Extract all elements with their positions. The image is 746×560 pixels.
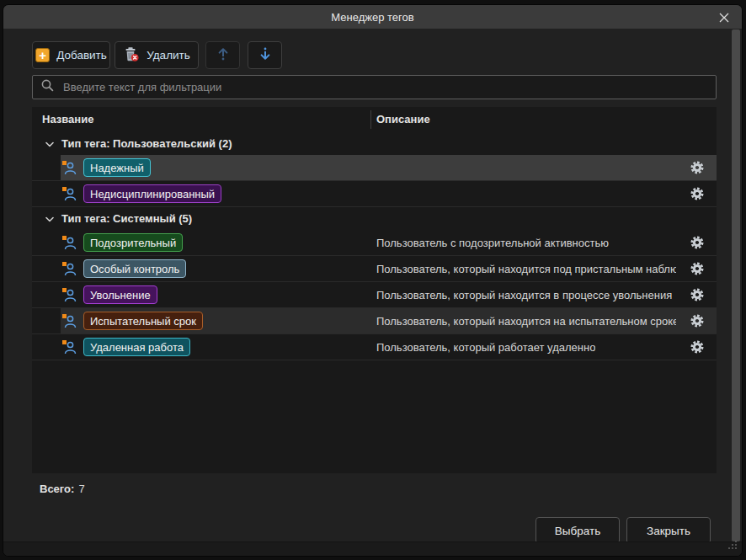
- trash-icon: [123, 45, 140, 65]
- move-down-button[interactable]: [248, 41, 282, 69]
- add-button[interactable]: + Добавить: [32, 41, 110, 69]
- gear-icon[interactable]: [690, 235, 705, 250]
- gear-icon[interactable]: [690, 339, 705, 355]
- gear-icon[interactable]: [690, 287, 705, 302]
- user-tag-icon: [61, 186, 77, 202]
- titlebar[interactable]: Менеджер тегов: [3, 5, 742, 29]
- gear-icon[interactable]: [690, 160, 705, 175]
- table-row[interactable]: Удаленная работа Пользователь, который р…: [32, 334, 717, 360]
- total-value: 7: [78, 483, 84, 495]
- gear-icon[interactable]: [690, 261, 705, 276]
- plus-icon: +: [35, 48, 50, 62]
- select-button[interactable]: Выбрать: [536, 517, 620, 544]
- tag-description: Пользователь, который находится на испыт…: [376, 315, 676, 328]
- tag-pill: Особый контроль: [83, 259, 186, 278]
- search-icon: [40, 78, 55, 96]
- group-label: Тип тега: Пользовательский (2): [61, 137, 232, 150]
- tag-pill: Испытательный срок: [83, 312, 203, 330]
- gear-icon[interactable]: [690, 186, 705, 201]
- delete-button[interactable]: Удалить: [115, 41, 199, 69]
- user-tag-icon: [61, 160, 77, 176]
- table-row[interactable]: Особый контроль Пользователь, который на…: [32, 256, 717, 282]
- move-up-button[interactable]: [205, 41, 240, 69]
- tag-description: Пользователь, который работает удаленно: [376, 341, 595, 354]
- gear-icon[interactable]: [690, 313, 705, 328]
- close-button-label: Закрыть: [647, 525, 690, 537]
- table-row[interactable]: Подозрительный Пользователь с подозрител…: [32, 230, 717, 256]
- tag-pill: Надежный: [83, 158, 151, 177]
- tag-group-header[interactable]: Тип тега: Пользовательский (2): [32, 132, 717, 155]
- close-icon[interactable]: [717, 11, 731, 24]
- tag-description: Пользователь с подозрительной активность…: [376, 237, 609, 249]
- delete-button-label: Удалить: [147, 49, 190, 61]
- total-count: Всего:7: [40, 483, 85, 495]
- user-tag-icon: [61, 261, 77, 277]
- tag-pill: Удаленная работа: [83, 338, 190, 356]
- table-row[interactable]: Увольнение Пользователь, который находит…: [32, 282, 717, 308]
- filter-search-box: [32, 75, 717, 99]
- add-button-label: Добавить: [56, 49, 107, 61]
- tag-pill: Увольнение: [83, 285, 157, 304]
- search-input[interactable]: [61, 80, 708, 94]
- chevron-down-icon: [45, 137, 54, 150]
- column-header-name[interactable]: Название: [42, 113, 93, 125]
- select-button-label: Выбрать: [555, 525, 600, 537]
- user-tag-icon: [61, 313, 77, 329]
- arrow-up-icon: [215, 45, 232, 65]
- arrow-down-icon: [257, 45, 274, 65]
- user-tag-icon: [61, 339, 77, 355]
- table-rows: Тип тега: Пользовательский (2) Надежный: [32, 132, 717, 360]
- tag-manager-dialog: Менеджер тегов + Добавить Удалить: [3, 4, 743, 557]
- tag-description: Пользователь, который находится в процес…: [376, 289, 672, 301]
- table-row[interactable]: Испытательный срок Пользователь, который…: [32, 308, 717, 334]
- tag-description: Пользователь, который находится под прис…: [376, 263, 676, 275]
- column-header-description[interactable]: Описание: [376, 113, 430, 125]
- column-divider[interactable]: [370, 110, 371, 129]
- tag-group-header[interactable]: Тип тега: Системный (5): [32, 207, 717, 230]
- vertical-scrollbar[interactable]: [732, 29, 740, 541]
- user-tag-icon: [61, 235, 77, 251]
- table-header: Название Описание: [32, 107, 717, 132]
- window-bottom-edge: [3, 541, 742, 556]
- table-row[interactable]: Надежный: [32, 155, 717, 181]
- group-label: Тип тега: Системный (5): [61, 212, 192, 225]
- close-button[interactable]: Закрыть: [626, 517, 711, 544]
- tag-pill: Подозрительный: [83, 233, 183, 252]
- total-label: Всего:: [40, 483, 74, 495]
- resize-grip-icon[interactable]: [727, 539, 738, 554]
- tag-pill: Недисциплинированный: [83, 184, 221, 203]
- chevron-down-icon: [45, 212, 54, 225]
- user-tag-icon: [61, 287, 77, 303]
- dialog-title: Менеджер тегов: [331, 11, 413, 24]
- tags-table: Название Описание Тип тега: Пользователь…: [32, 107, 717, 473]
- table-row[interactable]: Недисциплинированный: [32, 181, 717, 207]
